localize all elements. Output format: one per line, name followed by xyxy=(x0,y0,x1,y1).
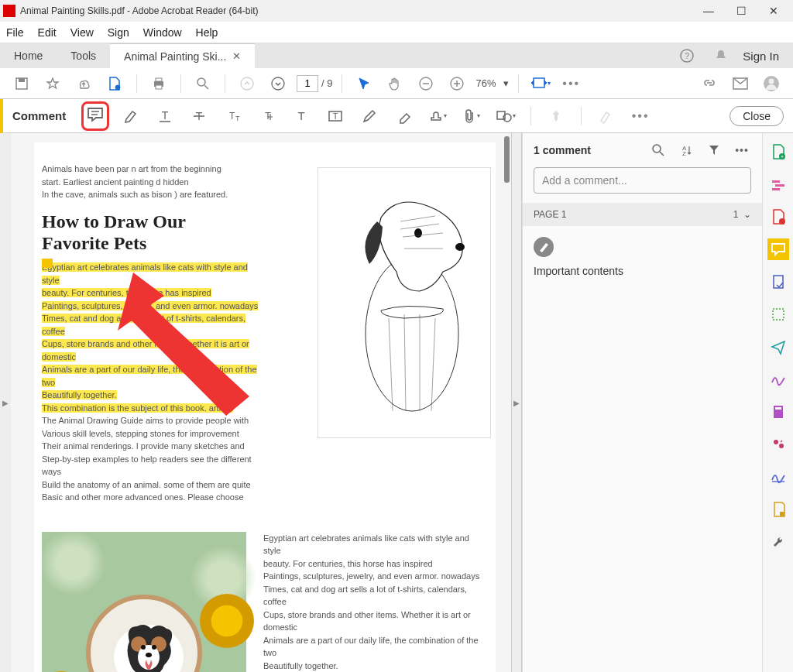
highlighted-paragraph: Egyptian art celebrates animals like cat… xyxy=(42,261,259,504)
second-column-text: Egyptian art celebrates animals like cat… xyxy=(263,532,488,672)
pin-tool-icon[interactable] xyxy=(544,104,568,129)
page-separator[interactable]: PAGE 1 1 ⌄ xyxy=(523,203,762,226)
underline-tool-icon[interactable]: T xyxy=(153,104,177,129)
export-pdf-icon[interactable] xyxy=(767,271,789,293)
menu-sign[interactable]: Sign xyxy=(108,26,129,39)
more-comment-tools-icon[interactable]: ••• xyxy=(628,104,653,129)
cloud-upload-icon[interactable] xyxy=(71,71,96,96)
replace-text-tool-icon[interactable]: TT xyxy=(221,104,245,129)
menu-help[interactable]: Help xyxy=(196,26,218,39)
fit-width-icon[interactable]: ▾ xyxy=(528,71,553,96)
file-lock-icon[interactable] xyxy=(102,71,127,96)
color-tool-icon[interactable] xyxy=(594,104,619,129)
combine-files-icon[interactable] xyxy=(767,173,789,195)
comments-options-icon[interactable]: ••• xyxy=(733,141,751,159)
menu-bar: File Edit View Sign Window Help xyxy=(0,22,793,43)
svg-rect-6 xyxy=(156,78,162,81)
email-icon[interactable] xyxy=(728,71,753,96)
create-pdf-icon[interactable]: + xyxy=(767,141,789,163)
svg-rect-17 xyxy=(534,78,544,87)
eraser-tool-icon[interactable] xyxy=(391,104,416,129)
settings-wrench-icon[interactable] xyxy=(767,531,789,553)
zoom-out-icon[interactable] xyxy=(414,71,438,96)
comment-tool-icon[interactable] xyxy=(767,238,789,260)
notifications-icon[interactable] xyxy=(709,43,733,68)
svg-point-55 xyxy=(653,145,661,153)
svg-rect-7 xyxy=(156,85,162,89)
menu-view[interactable]: View xyxy=(70,26,94,39)
filter-comments-icon[interactable] xyxy=(705,141,723,159)
svg-point-50 xyxy=(141,645,146,650)
share-link-icon[interactable] xyxy=(697,71,722,96)
add-comment-placeholder: Add a comment... xyxy=(542,174,627,187)
more-apps-icon[interactable] xyxy=(767,434,789,455)
zoom-level[interactable]: 76% ▾ xyxy=(475,77,508,89)
edit-pdf-icon[interactable] xyxy=(767,206,789,228)
save-icon[interactable] xyxy=(9,71,34,96)
svg-point-64 xyxy=(779,218,785,225)
active-tool-indicator xyxy=(0,99,3,133)
close-window-button[interactable]: ✕ xyxy=(757,0,790,22)
nav-pane-toggle[interactable]: ▶ xyxy=(0,133,11,672)
drawing-tools-icon[interactable]: ▾ xyxy=(493,104,518,129)
close-comment-bar-button[interactable]: Close xyxy=(729,106,784,126)
print-icon[interactable] xyxy=(146,71,171,96)
find-icon[interactable] xyxy=(191,71,215,96)
svg-rect-67 xyxy=(775,407,781,410)
tab-close-icon[interactable]: ✕ xyxy=(232,50,241,62)
send-for-review-icon[interactable] xyxy=(767,336,789,358)
add-text-tool-icon[interactable]: T xyxy=(289,104,314,129)
svg-point-52 xyxy=(146,653,152,657)
menu-window[interactable]: Window xyxy=(143,26,182,39)
sign-tool-icon[interactable] xyxy=(767,466,789,488)
highlight-tool-icon[interactable] xyxy=(118,104,143,129)
tab-document[interactable]: Animal Painting Ski... ✕ xyxy=(110,43,255,68)
pencil-tool-icon[interactable] xyxy=(357,104,382,129)
hand-tool-icon[interactable] xyxy=(383,71,407,96)
page-number-input[interactable] xyxy=(297,75,318,92)
fill-sign-icon[interactable] xyxy=(767,369,789,390)
menu-edit[interactable]: Edit xyxy=(38,26,57,39)
organize-pages-icon[interactable] xyxy=(767,303,789,325)
add-comment-input[interactable]: Add a comment... xyxy=(534,167,751,194)
scrollbar-thumb[interactable] xyxy=(504,136,510,183)
page-up-icon[interactable] xyxy=(235,71,259,96)
svg-text:?: ? xyxy=(685,51,689,60)
protect-icon[interactable] xyxy=(767,401,789,423)
compress-icon[interactable] xyxy=(767,499,789,520)
svg-rect-3 xyxy=(19,78,25,82)
strikethrough-tool-icon[interactable]: T xyxy=(187,104,211,129)
sort-comments-icon[interactable]: AZ xyxy=(677,141,695,159)
comment-item[interactable]: Important contents xyxy=(523,226,762,288)
help-icon[interactable]: ? xyxy=(675,43,699,68)
comments-panel-header: 1 comment AZ ••• xyxy=(523,133,762,167)
star-icon[interactable] xyxy=(40,71,65,96)
tab-label: Home xyxy=(14,50,43,62)
main-area: ▶ Animals have been par n art from the b… xyxy=(0,133,793,672)
textbox-tool-icon[interactable]: T xyxy=(323,104,348,129)
more-tools-icon[interactable]: ••• xyxy=(559,71,584,96)
page-indicator: / 9 xyxy=(297,75,332,92)
search-comments-icon[interactable] xyxy=(649,141,668,159)
zoom-in-icon[interactable] xyxy=(445,71,469,96)
insert-text-tool-icon[interactable]: T xyxy=(255,104,280,129)
sticky-note-marker-icon[interactable] xyxy=(42,259,53,268)
svg-point-51 xyxy=(152,645,156,650)
tab-tools[interactable]: Tools xyxy=(57,43,110,68)
tab-bar: Home Tools Animal Painting Ski... ✕ ? Si… xyxy=(0,43,793,68)
selection-tool-icon[interactable] xyxy=(352,71,376,96)
document-viewport[interactable]: Animals have been par n art from the beg… xyxy=(11,133,511,672)
minimize-button[interactable]: — xyxy=(692,0,725,22)
stamp-tool-icon[interactable]: ▾ xyxy=(425,104,450,129)
sign-in-link[interactable]: Sign In xyxy=(743,50,779,63)
svg-point-8 xyxy=(197,78,205,86)
comment-text: Important contents xyxy=(534,265,751,277)
maximize-button[interactable]: ☐ xyxy=(725,0,757,22)
attachment-tool-icon[interactable]: ▾ xyxy=(459,104,484,129)
menu-file[interactable]: File xyxy=(6,26,24,39)
tab-home[interactable]: Home xyxy=(0,43,57,68)
account-icon[interactable] xyxy=(759,71,784,96)
comments-pane-toggle[interactable]: ▶ xyxy=(511,133,522,672)
page-down-icon[interactable] xyxy=(266,71,290,96)
sticky-note-tool[interactable] xyxy=(81,101,109,131)
